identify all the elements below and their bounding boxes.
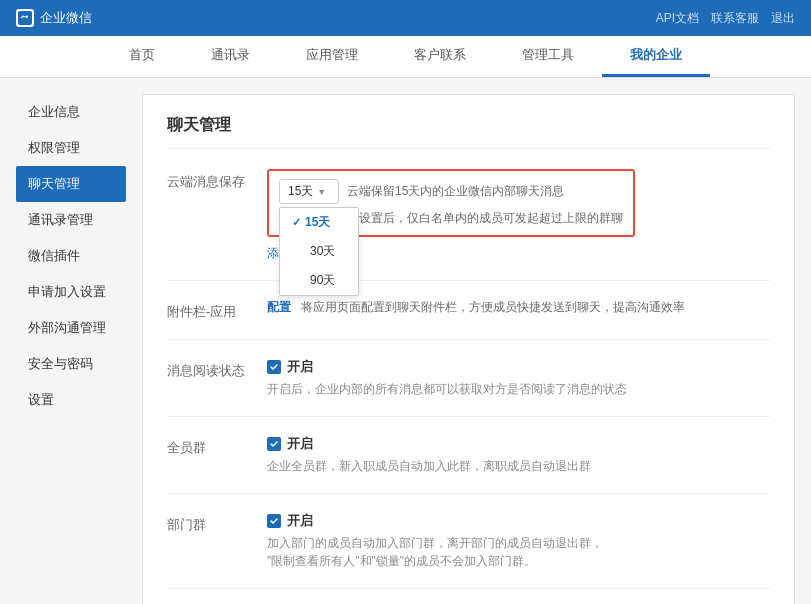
- top-bar: 企业微信 API文档 联系客服 退出: [0, 0, 811, 36]
- dept-group-checkbox[interactable]: [267, 514, 281, 528]
- brand-name: 企业微信: [40, 9, 92, 27]
- svg-rect-0: [18, 11, 32, 25]
- sidebar-item-join-settings[interactable]: 申请加入设置: [16, 274, 126, 310]
- read-status-content: 开启 开启后，企业内部的所有消息都可以获取对方是否阅读了消息的状态: [267, 358, 770, 398]
- attachment-content: 配置 将应用页面配置到聊天附件栏，方便成员快捷发送到聊天，提高沟通效率: [267, 299, 770, 321]
- read-status-section: 消息阅读状态 开启 开启后，企业内部的所有消息都可以获取对方是否阅读了消息的状态: [167, 358, 770, 417]
- cloud-storage-section: 云端消息保存 15天 ▼ ✓: [167, 169, 770, 281]
- nav-mycompany[interactable]: 我的企业: [602, 36, 710, 77]
- all-member-group-desc: 企业全员群，新入职成员自动加入此群，离职成员自动退出群: [267, 457, 770, 475]
- layout: 企业信息 权限管理 聊天管理 通讯录管理 微信插件 申请加入设置 外部沟通管理 …: [0, 78, 811, 604]
- dept-group-desc2: "限制查看所有人"和"锁量"的成员不会加入部门群。: [267, 552, 770, 570]
- top-bar-links: API文档 联系客服 退出: [656, 10, 795, 27]
- nav-home[interactable]: 首页: [101, 36, 183, 77]
- all-member-group-checkbox-label: 开启: [287, 435, 313, 453]
- sidebar-item-chat-mgmt[interactable]: 聊天管理: [16, 166, 126, 202]
- sidebar-item-security[interactable]: 安全与密码: [16, 346, 126, 382]
- sidebar-item-contacts-mgmt[interactable]: 通讯录管理: [16, 202, 126, 238]
- dropdown-menu: ✓ 15天 30天 90天: [279, 207, 359, 296]
- sidebar-item-weixin-plugin[interactable]: 微信插件: [16, 238, 126, 274]
- sidebar-item-external-comm[interactable]: 外部沟通管理: [16, 310, 126, 346]
- read-status-label: 消息阅读状态: [167, 358, 267, 398]
- attachment-section: 附件栏-应用 配置 将应用页面配置到聊天附件栏，方便成员快捷发送到聊天，提高沟通…: [167, 299, 770, 340]
- option-30[interactable]: 30天: [280, 237, 358, 266]
- dropdown-area: 15天 ▼ ✓ 15天 30天: [267, 169, 635, 237]
- read-status-desc: 开启后，企业内部的所有消息都可以获取对方是否阅读了消息的状态: [267, 380, 770, 398]
- logo-icon: [16, 9, 34, 27]
- option-15[interactable]: ✓ 15天: [280, 208, 358, 237]
- page-title: 聊天管理: [167, 115, 770, 149]
- all-member-group-checkbox[interactable]: [267, 437, 281, 451]
- read-status-checkbox[interactable]: [267, 360, 281, 374]
- logout-link[interactable]: 退出: [771, 10, 795, 27]
- dropdown-wrapper: 15天 ▼ ✓ 15天 30天: [279, 179, 339, 204]
- main-content: 聊天管理 云端消息保存 15天 ▼: [142, 94, 795, 604]
- read-status-checkbox-row: 开启: [267, 358, 770, 376]
- main-nav: 首页 通讯录 应用管理 客户联系 管理工具 我的企业: [0, 36, 811, 78]
- sidebar-item-company-info[interactable]: 企业信息: [16, 94, 126, 130]
- svg-point-1: [22, 16, 24, 18]
- dept-group-content: 开启 加入部门的成员自动加入部门群，离开部门的成员自动退出群， "限制查看所有人…: [267, 512, 770, 570]
- all-member-group-label: 全员群: [167, 435, 267, 475]
- nav-tools[interactable]: 管理工具: [494, 36, 602, 77]
- dept-group-label: 部门群: [167, 512, 267, 570]
- attachment-desc: 将应用页面配置到聊天附件栏，方便成员快捷发送到聊天，提高沟通效率: [301, 300, 685, 314]
- all-member-group-checkbox-row: 开启: [267, 435, 770, 453]
- attachment-label: 附件栏-应用: [167, 299, 267, 321]
- all-member-group-section: 全员群 开启 企业全员群，新入职成员自动加入此群，离职成员自动退出群: [167, 435, 770, 494]
- dept-group-desc1: 加入部门的成员自动加入部门群，离开部门的成员自动退出群，: [267, 534, 770, 552]
- sidebar-item-permissions[interactable]: 权限管理: [16, 130, 126, 166]
- dropdown-select-row: 15天 ▼ ✓ 15天 30天: [279, 179, 623, 204]
- attachment-config-link[interactable]: 配置: [267, 300, 291, 314]
- dept-group-checkbox-label: 开启: [287, 512, 313, 530]
- contact-support-link[interactable]: 联系客服: [711, 10, 759, 27]
- all-member-group-content: 开启 企业全员群，新入职成员自动加入此群，离职成员自动退出群: [267, 435, 770, 475]
- dropdown-arrow-icon: ▼: [317, 187, 326, 197]
- nav-customer[interactable]: 客户联系: [386, 36, 494, 77]
- cloud-storage-hint: 云端保留15天内的企业微信内部聊天消息: [347, 183, 564, 200]
- read-status-checkbox-label: 开启: [287, 358, 313, 376]
- days-dropdown[interactable]: 15天 ▼: [279, 179, 339, 204]
- svg-point-2: [26, 16, 28, 18]
- nav-contacts[interactable]: 通讯录: [183, 36, 278, 77]
- selected-days: 15天: [288, 183, 313, 200]
- cloud-storage-content: 15天 ▼ ✓ 15天 30天: [267, 169, 770, 262]
- option-90[interactable]: 90天: [280, 266, 358, 295]
- dept-group-checkbox-row: 开启: [267, 512, 770, 530]
- nav-apps[interactable]: 应用管理: [278, 36, 386, 77]
- api-doc-link[interactable]: API文档: [656, 10, 699, 27]
- brand: 企业微信: [16, 9, 92, 27]
- member-whitelist-desc: 设置后，仅白名单内的成员可发起超过上限的群聊: [359, 211, 623, 225]
- sidebar-item-settings[interactable]: 设置: [16, 382, 126, 418]
- check-icon: ✓: [292, 216, 301, 229]
- cloud-storage-label: 云端消息保存: [167, 169, 267, 262]
- sidebar: 企业信息 权限管理 聊天管理 通讯录管理 微信插件 申请加入设置 外部沟通管理 …: [16, 94, 126, 604]
- dept-group-section: 部门群 开启 加入部门的成员自动加入部门群，离开部门的成员自动退出群， "限制查…: [167, 512, 770, 589]
